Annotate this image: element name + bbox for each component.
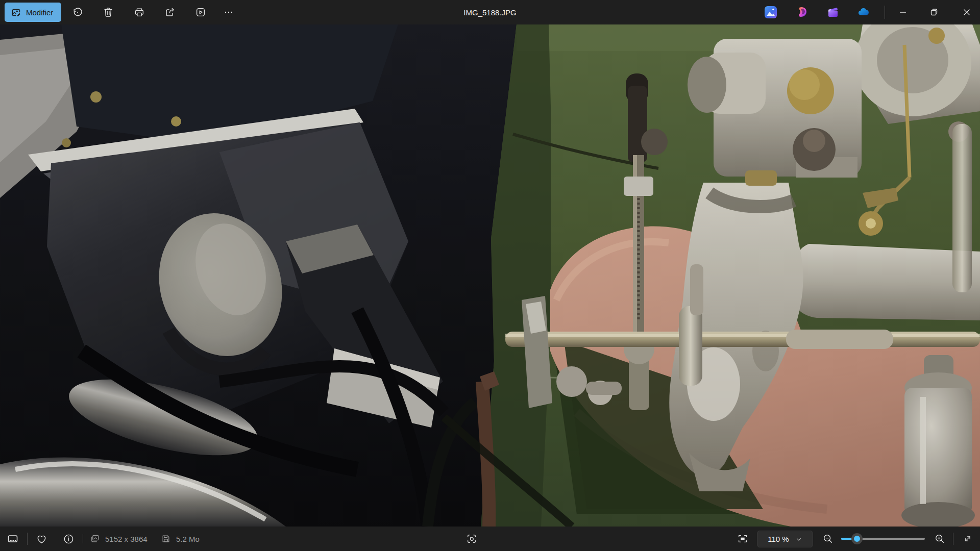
photos-app-icon[interactable] <box>764 5 778 19</box>
heart-icon <box>36 533 47 545</box>
rotate-button[interactable] <box>66 2 89 22</box>
filmstrip-button[interactable] <box>2 529 24 549</box>
info-icon <box>63 533 75 545</box>
rotate-icon <box>72 7 83 18</box>
dimensions-value: 5152 x 3864 <box>105 535 148 543</box>
visual-search-icon <box>466 533 477 544</box>
fullscreen-icon <box>962 533 973 544</box>
file-size-value: 5.2 Mo <box>176 535 200 543</box>
share-button[interactable] <box>159 2 181 22</box>
titlebar: Modifier <box>0 0 980 24</box>
zoom-slider[interactable] <box>841 527 925 551</box>
clipchamp-app-icon[interactable] <box>826 5 840 19</box>
printer-icon <box>134 7 145 18</box>
onedrive-app-icon[interactable] <box>856 5 871 19</box>
zoom-level-button[interactable]: 110 % <box>757 531 813 547</box>
fit-to-window-button[interactable] <box>731 529 754 549</box>
minimize-button[interactable] <box>891 0 915 24</box>
minimize-icon <box>897 7 909 18</box>
ellipsis-icon <box>223 7 234 18</box>
file-size-stat: 5.2 Mo <box>161 527 200 551</box>
close-button[interactable] <box>953 0 980 24</box>
edit-button[interactable]: Modifier <box>5 3 61 22</box>
more-options-button[interactable] <box>217 2 240 22</box>
fit-to-window-icon <box>737 533 748 544</box>
zoom-slider-thumb-dot <box>854 536 860 542</box>
edit-image-icon <box>11 7 21 18</box>
zoom-in-button[interactable] <box>928 529 951 549</box>
restore-icon <box>928 7 940 18</box>
zoom-out-button[interactable] <box>817 529 839 549</box>
titlebar-separator <box>885 6 885 19</box>
statusbar: 5152 x 3864 5.2 Mo 110 % <box>0 527 980 551</box>
zoom-in-icon <box>934 533 945 544</box>
restore-button[interactable] <box>922 0 946 24</box>
file-size-icon <box>161 534 171 544</box>
filmstrip-icon <box>7 533 19 545</box>
visual-search-button[interactable] <box>460 529 483 549</box>
statusbar-separator-1 <box>27 533 28 545</box>
fullscreen-button[interactable] <box>957 529 979 549</box>
photo-canvas[interactable] <box>0 24 980 527</box>
chevron-down-icon <box>795 536 802 543</box>
share-icon <box>164 7 176 18</box>
photo-vignette <box>0 24 980 527</box>
zoom-out-icon <box>822 533 834 544</box>
statusbar-separator-3 <box>953 533 953 545</box>
designer-app-icon[interactable] <box>796 5 810 19</box>
print-button[interactable] <box>128 2 151 22</box>
delete-button[interactable] <box>97 2 119 22</box>
statusbar-separator-2 <box>83 534 83 543</box>
trash-icon <box>103 7 114 18</box>
slideshow-button[interactable] <box>189 2 212 22</box>
zoom-level-value: 110 % <box>768 535 789 543</box>
dimensions-icon <box>90 534 100 544</box>
engine-bay-photo <box>0 24 980 527</box>
image-dimensions-stat: 5152 x 3864 <box>90 527 148 551</box>
edit-button-label: Modifier <box>26 8 53 17</box>
play-square-icon <box>195 7 206 18</box>
favorite-button[interactable] <box>30 529 53 549</box>
close-icon <box>961 7 972 18</box>
info-button[interactable] <box>57 529 80 549</box>
